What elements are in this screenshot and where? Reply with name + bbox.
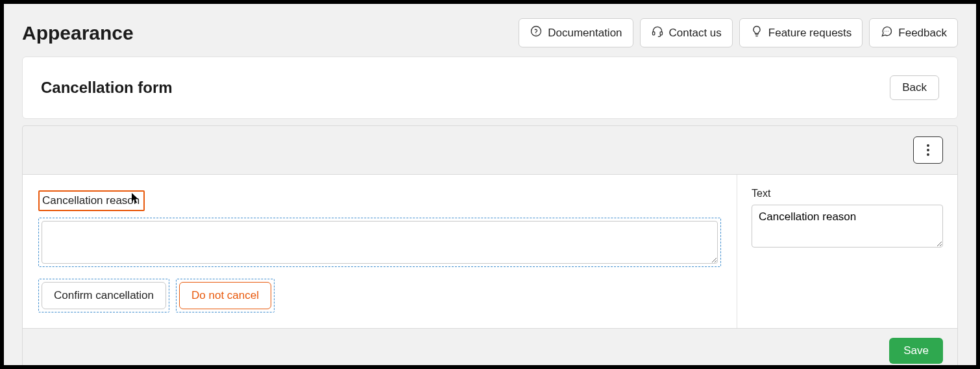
inspector-panel: Text [737,175,957,328]
inspector-text-label: Text [752,188,943,199]
confirm-cancellation-block[interactable]: Confirm cancellation [38,279,169,312]
documentation-button[interactable]: Documentation [519,18,633,47]
more-menu-button[interactable] [913,136,943,164]
svg-point-4 [885,31,885,32]
cancellation-reason-textarea[interactable] [42,221,718,264]
chat-icon [880,25,893,41]
lightbulb-icon [750,25,763,41]
back-button[interactable]: Back [890,75,939,100]
feedback-button[interactable]: Feedback [869,18,958,47]
do-not-cancel-button[interactable]: Do not cancel [179,282,271,309]
feature-requests-label: Feature requests [768,27,852,40]
documentation-label: Documentation [548,27,622,40]
svg-point-0 [532,27,541,36]
headset-icon [651,25,664,41]
svg-point-5 [887,31,887,32]
do-not-cancel-block[interactable]: Do not cancel [176,279,275,312]
cancellation-reason-label-block[interactable]: Cancellation reason [38,190,145,211]
inspector-text-input[interactable] [752,205,943,248]
panel-title: Cancellation form [41,79,890,97]
svg-point-1 [536,34,537,34]
help-circle-icon [530,25,543,41]
panel-header: Cancellation form Back [22,57,958,119]
confirm-cancellation-button[interactable]: Confirm cancellation [42,282,166,309]
feature-requests-button[interactable]: Feature requests [739,18,863,47]
contact-button[interactable]: Contact us [640,18,733,47]
form-canvas: Cancellation reason Confirm cancellation… [23,175,737,328]
page-title: Appearance [22,22,519,44]
feedback-label: Feedback [898,27,947,40]
editor-body: Cancellation reason Confirm cancellation… [22,125,958,365]
svg-point-6 [888,31,888,32]
svg-rect-3 [660,32,662,35]
svg-rect-2 [652,32,654,35]
topbar-actions: Documentation Contact us Feature request… [519,18,958,47]
cancellation-reason-textarea-block[interactable] [38,218,721,267]
more-vertical-icon [927,144,929,156]
contact-label: Contact us [669,27,722,40]
save-button[interactable]: Save [889,338,943,364]
